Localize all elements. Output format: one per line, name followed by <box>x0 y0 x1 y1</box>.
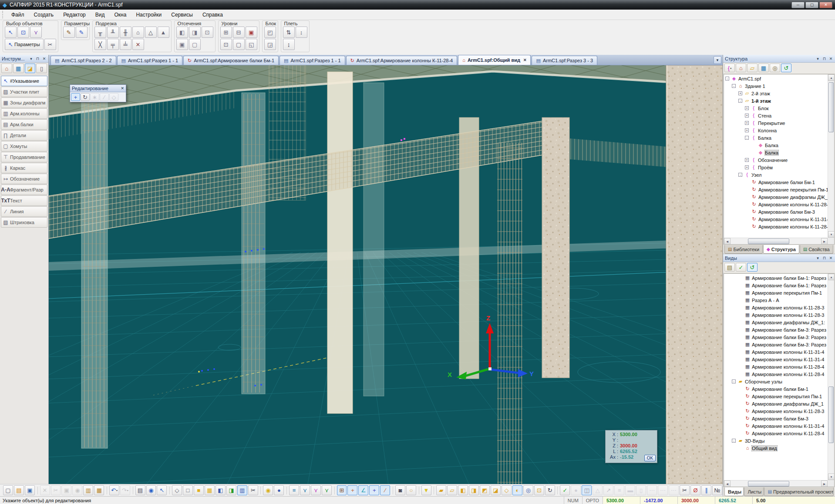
tab-libraries[interactable]: ▤Библиотеки <box>724 245 763 254</box>
lamp-button[interactable]: ◉ <box>263 485 273 495</box>
views-list-node[interactable]: ▦Армирование колонны К-11-31-4 <box>724 356 828 363</box>
sheet-new-button[interactable]: ▤ <box>724 263 735 272</box>
rotate-button[interactable]: ↻ <box>81 93 90 101</box>
clip-off-button[interactable]: ▢ <box>189 39 201 50</box>
tab-sheets[interactable]: Листы <box>744 487 764 496</box>
structure-tree-node[interactable]: +▱2-й этаж <box>724 90 828 97</box>
structure-tree-node[interactable]: -⌂Здание 1 <box>724 82 828 90</box>
scroll-up-icon[interactable]: ▲ <box>828 274 835 280</box>
views-list-node[interactable]: ▦Армирование балки Бм-1: Разрез <box>724 282 828 289</box>
tool-slab-areas-button[interactable]: ▨Участки плит <box>1 87 47 97</box>
structure-tree-node[interactable]: ↻Армирование диафрагмы ДЖ_1 <box>724 193 828 201</box>
unlock-button[interactable]: ○ <box>406 485 416 495</box>
structure-tree-node[interactable]: -▱1-й этаж <box>724 97 828 104</box>
face-bottom-button[interactable]: ◪ <box>491 485 501 495</box>
numbering-button[interactable]: № <box>712 485 722 495</box>
find-button[interactable]: ◎ <box>770 64 780 72</box>
filter-objects-button[interactable]: ⋎ <box>300 485 310 495</box>
scroll-left-icon[interactable]: ◀ <box>724 238 731 245</box>
face-prev-button[interactable]: ▰ <box>436 485 446 495</box>
tree-toggle-icon[interactable]: - <box>738 99 742 103</box>
view-hidden-button[interactable]: □ <box>183 485 193 495</box>
structure-tree-node[interactable]: +{Стена <box>724 112 828 119</box>
tool-cage-button[interactable]: ∦Каркас <box>1 163 47 173</box>
scroll-down-icon[interactable]: ▼ <box>828 231 835 238</box>
trim-off-button[interactable]: ╳ <box>94 39 106 50</box>
trash-button[interactable]: ▯ <box>636 485 646 495</box>
views-hscroll-thumb[interactable] <box>748 481 789 487</box>
zoom-frame-button[interactable]: ⊡ <box>534 485 544 495</box>
tree-toggle-icon[interactable]: - <box>732 380 736 383</box>
view-analytic-button[interactable]: ▥ <box>237 485 247 495</box>
views-panel-close-icon[interactable]: ✕ <box>828 256 833 260</box>
structure-tree-node[interactable]: +{Блок <box>724 104 828 112</box>
roof-trim-off-button[interactable]: ✕ <box>132 39 144 50</box>
clip-select-button[interactable]: ⊡ <box>202 27 213 38</box>
scroll-down-icon[interactable]: ▼ <box>828 474 835 480</box>
structure-tree-node[interactable]: -{Узел <box>724 171 828 178</box>
close-button[interactable]: ✕ <box>819 2 832 8</box>
color-bars-button[interactable]: ∥ <box>701 485 711 495</box>
select-object-button[interactable]: ↖ <box>5 27 17 38</box>
trim-bottom-button[interactable]: ╨ <box>107 27 119 38</box>
structure-vscroll-thumb[interactable] <box>828 82 834 132</box>
structure-tree-node[interactable]: -◈ArmC1.spf <box>724 75 828 82</box>
slab-tool-button[interactable]: ▬ <box>625 485 635 495</box>
views-list-node[interactable]: ▦Армирование балки Бм-3: Разрез <box>724 341 828 348</box>
face-top-button[interactable]: ◩ <box>480 485 490 495</box>
roof-trim-angle-button[interactable]: △ <box>145 27 157 38</box>
layers-button[interactable]: ≡ <box>289 485 299 495</box>
roof-trim-plane-button[interactable]: ▲ <box>158 27 169 38</box>
measure-button[interactable]: ↗ <box>603 485 613 495</box>
structure-tree-node[interactable]: +{Колонна <box>724 127 828 134</box>
eye-button[interactable]: ● <box>274 485 284 495</box>
tab-close-icon[interactable]: ✕ <box>523 58 527 62</box>
refresh-button[interactable]: ↺ <box>747 263 758 272</box>
tree-toggle-icon[interactable]: - <box>745 136 749 140</box>
views-list-node[interactable]: ▦Армирование колонны К-11-28-4 <box>724 363 828 370</box>
tree-toggle-icon[interactable]: + <box>738 91 742 95</box>
context-help-button[interactable]: ↖ <box>157 485 167 495</box>
snap-angle-button[interactable]: ∠ <box>358 485 368 495</box>
view-lighting-button[interactable]: ◨ <box>226 485 236 495</box>
delete-button[interactable]: ✕ <box>40 485 50 495</box>
drop-marker-button[interactable]: ▼ <box>421 485 431 495</box>
undo-button[interactable]: ↶▾ <box>109 485 119 495</box>
structure-tree-node[interactable]: ↻Армирование колонны К-11-31-4 <box>724 215 828 223</box>
move-button[interactable]: + <box>71 93 80 101</box>
face-right-button[interactable]: ◨ <box>469 485 479 495</box>
paste-button[interactable]: ▥ <box>83 485 93 495</box>
document-tab[interactable]: ▤ArmC1.spf:Разрез 1 - 1 <box>279 56 345 65</box>
views-list-node[interactable]: ↻Армирование перекрытия Пм-1 <box>724 393 828 400</box>
apply-parameters-button[interactable]: ✎ <box>76 27 88 38</box>
tool-rebar-columns-button[interactable]: ▥Арм.колонны <box>1 108 47 119</box>
views-list-node[interactable]: ↻Армирование колонны К-11-31-4 <box>724 422 828 430</box>
views-list-node[interactable]: ↻Армирование балки Бм-3 <box>724 415 828 422</box>
copy-properties-button[interactable]: ◉ <box>72 485 82 495</box>
tree-toggle-icon[interactable]: + <box>745 128 749 132</box>
document-tab[interactable]: ⌂ArmC1.spf:Общий вид✕ <box>458 55 531 65</box>
array-c-button[interactable]: ⋯ <box>669 485 679 495</box>
sketch-button[interactable]: ◇ <box>109 93 118 101</box>
tool-pointer-button[interactable]: ↖#Указывание <box>1 76 47 86</box>
add-grid-button[interactable]: ▦ <box>758 64 769 72</box>
filter-nodes-button[interactable]: {▾ <box>724 64 735 72</box>
structure-panel-close-icon[interactable]: ✕ <box>828 57 833 61</box>
structure-tree-node[interactable]: +{Проём <box>724 164 828 171</box>
structure-hscrollbar[interactable]: ◀ ▶ <box>724 238 828 244</box>
tool-diaphragm-zones-button[interactable]: ▦Зоны диафрагм <box>1 97 47 108</box>
clip-add-button[interactable]: ◧ <box>176 27 188 38</box>
structure-tree-node[interactable]: +{Обозначение <box>724 156 828 164</box>
tab-structure[interactable]: ◈Структура <box>763 245 799 254</box>
strand-both-button[interactable]: ↕ <box>296 27 307 38</box>
sphere-view-button[interactable]: ● <box>571 485 581 495</box>
views-list-node[interactable]: ▦Армирование колонны К-11-31-4 <box>724 348 828 356</box>
view-mesh-button[interactable]: ▦ <box>205 485 215 495</box>
filter-props-button[interactable]: ⋎ <box>322 485 332 495</box>
block-create-button[interactable]: ◰ <box>264 27 276 38</box>
structure-panel-menu-icon[interactable]: ▾ <box>815 57 820 61</box>
snap-step-button[interactable]: + <box>347 485 357 495</box>
scroll-up-icon[interactable]: ▲ <box>828 74 835 81</box>
structure-tree-node[interactable]: -{Балка <box>724 134 828 141</box>
views-list-node[interactable]: -▰3D-Виды <box>724 437 828 444</box>
